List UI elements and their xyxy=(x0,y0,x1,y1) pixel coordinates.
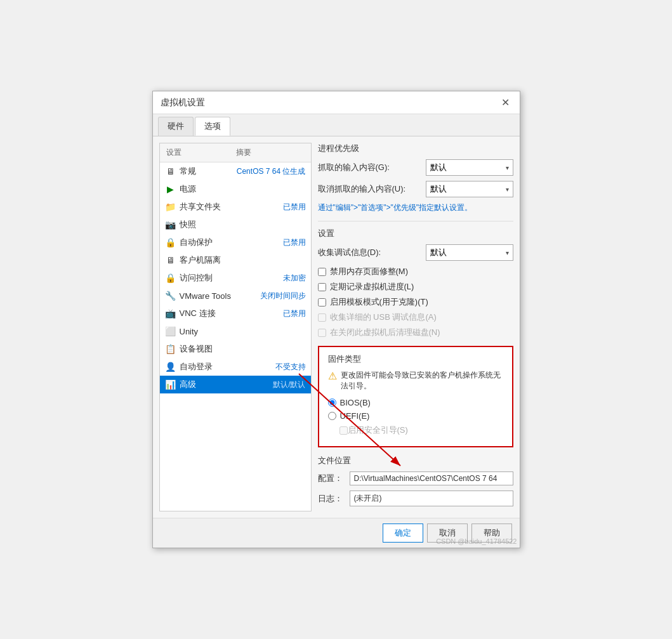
template-mode-checkbox[interactable] xyxy=(318,298,326,306)
config-file-label: 配置： xyxy=(318,473,350,484)
sidebar-item-auto-protect[interactable]: 🔒 自动保护 已禁用 xyxy=(160,234,311,251)
periodic-log-checkbox[interactable] xyxy=(318,283,326,291)
bios-radio-row: BIOS(B) xyxy=(328,398,503,407)
uefi-radio[interactable] xyxy=(328,412,336,420)
power-icon: ▶ xyxy=(165,183,176,195)
auto-login-icon: 👤 xyxy=(165,361,176,372)
device-view-icon: 📋 xyxy=(165,343,176,355)
vnc-icon: 📺 xyxy=(165,308,176,319)
sidebar-item-device-view[interactable]: 📋 设备视图 xyxy=(160,340,311,358)
guest-isolation-icon: 🖥 xyxy=(165,254,176,266)
shared-folders-icon: 📁 xyxy=(165,201,176,213)
checkbox-periodic-log: 定期记录虚拟机进度(L) xyxy=(318,281,513,293)
right-panel: 进程优先级 抓取的输入内容(G): 默认 ▾ 取消抓取的输入内容(U): 默认 … xyxy=(318,143,513,511)
usb-debug-checkbox xyxy=(318,313,326,322)
checkbox-clean-disk: 在关闭此虚拟机后清理磁盘(N) xyxy=(318,327,513,338)
sidebar-item-general[interactable]: 🖥 常规 CentOS 7 64 位生成 xyxy=(160,162,311,180)
access-control-icon: 🔒 xyxy=(165,272,176,284)
main-content: 设置 摘要 🖥 常规 CentOS 7 64 位生成 ▶ 电源 📁 共享文件夹 … xyxy=(153,136,520,518)
sidebar-item-shared-folders[interactable]: 📁 共享文件夹 已禁用 xyxy=(160,198,311,216)
disable-memory-checkbox[interactable] xyxy=(318,268,326,276)
sidebar-item-vnc[interactable]: 📺 VNC 连接 已禁用 xyxy=(160,305,311,322)
config-file-input: D:\VirtualMachines\CentOS7\CentOS 7 64 xyxy=(350,471,513,485)
settings-title: 设置 xyxy=(318,228,513,239)
virtual-machine-settings-window: 虚拟机设置 ✕ 硬件 选项 设置 摘要 🖥 常规 CentOS 7 64 位生成 xyxy=(152,91,520,548)
ok-button[interactable]: 确定 xyxy=(383,524,423,543)
process-priority-hint: 通过"编辑">"首选项">"优先级"指定默认设置。 xyxy=(318,202,513,213)
left-panel-header: 设置 摘要 xyxy=(160,143,311,162)
tab-options[interactable]: 选项 xyxy=(195,117,230,136)
bios-radio[interactable] xyxy=(328,399,336,407)
settings-section: 设置 收集调试信息(D): 默认 ▾ 禁用内存页面修整(M) 定期记录虚拟机进度… xyxy=(318,228,513,338)
firmware-title: 固件类型 xyxy=(328,353,503,365)
secure-boot-row: 启用安全引导(S) xyxy=(328,425,503,436)
sidebar-item-unity[interactable]: ⬜ Unity xyxy=(160,322,311,340)
file-location-section: 文件位置 配置： D:\VirtualMachines\CentOS7\Cent… xyxy=(318,455,513,506)
sidebar-item-vmware-tools[interactable]: 🔧 VMware Tools 关闭时间同步 xyxy=(160,287,311,305)
grab-input-label: 抓取的输入内容(G): xyxy=(318,162,426,173)
checkbox-template-mode: 启用模板模式(用于克隆)(T) xyxy=(318,296,513,308)
unity-icon: ⬜ xyxy=(165,326,176,337)
config-file-row: 配置： D:\VirtualMachines\CentOS7\CentOS 7 … xyxy=(318,471,513,485)
sidebar-item-access-control[interactable]: 🔒 访问控制 未加密 xyxy=(160,269,311,287)
title-bar: 虚拟机设置 ✕ xyxy=(153,91,520,114)
left-panel: 设置 摘要 🖥 常规 CentOS 7 64 位生成 ▶ 电源 📁 共享文件夹 … xyxy=(159,143,312,511)
sidebar-item-power[interactable]: ▶ 电源 xyxy=(160,180,311,198)
grab-input-dropdown-arrow: ▾ xyxy=(506,164,509,171)
vmware-tools-icon: 🔧 xyxy=(165,290,176,301)
log-file-label: 日志： xyxy=(318,493,350,504)
ungrab-input-row: 取消抓取的输入内容(U): 默认 ▾ xyxy=(318,181,513,197)
firmware-section: 固件类型 ⚠ 更改固件可能会导致已安装的客户机操作系统无法引导。 BIOS(B)… xyxy=(318,346,513,447)
uefi-radio-row: UEFI(E) xyxy=(328,411,503,421)
watermark: CSDN @baidu_41784522 xyxy=(436,537,517,545)
sidebar-item-advanced[interactable]: 📊 高级 默认/默认 xyxy=(160,376,311,393)
auto-protect-icon: 🔒 xyxy=(165,237,176,248)
sidebar-item-snapshot[interactable]: 📷 快照 xyxy=(160,216,311,234)
sidebar-item-guest-isolation[interactable]: 🖥 客户机隔离 xyxy=(160,251,311,269)
process-priority-section: 进程优先级 抓取的输入内容(G): 默认 ▾ 取消抓取的输入内容(U): 默认 … xyxy=(318,143,513,213)
window-title: 虚拟机设置 xyxy=(161,97,205,109)
divider-1 xyxy=(318,221,513,221)
general-icon: 🖥 xyxy=(165,166,176,177)
file-location-title: 文件位置 xyxy=(318,455,513,466)
collect-debug-label: 收集调试信息(D): xyxy=(318,247,426,258)
tab-bar: 硬件 选项 xyxy=(153,114,520,136)
checkbox-usb-debug: 收集详细的 USB 调试信息(A) xyxy=(318,312,513,323)
collect-debug-row: 收集调试信息(D): 默认 ▾ xyxy=(318,244,513,261)
snapshot-icon: 📷 xyxy=(165,219,176,230)
advanced-icon: 📊 xyxy=(165,379,176,390)
firmware-warning: ⚠ 更改固件可能会导致已安装的客户机操作系统无法引导。 xyxy=(328,370,503,392)
tab-hardware[interactable]: 硬件 xyxy=(158,117,194,136)
checkbox-disable-memory: 禁用内存页面修整(M) xyxy=(318,266,513,277)
ungrab-input-label: 取消抓取的输入内容(U): xyxy=(318,183,426,195)
ungrab-input-dropdown-arrow: ▾ xyxy=(506,186,509,193)
sidebar-item-auto-login[interactable]: 👤 自动登录 不受支持 xyxy=(160,358,311,376)
collect-debug-dropdown-arrow: ▾ xyxy=(506,249,509,256)
ungrab-input-dropdown[interactable]: 默认 ▾ xyxy=(426,181,513,197)
close-button[interactable]: ✕ xyxy=(499,96,512,109)
log-file-row: 日志： (未开启) xyxy=(318,491,513,506)
log-file-input: (未开启) xyxy=(350,491,513,506)
grab-input-row: 抓取的输入内容(G): 默认 ▾ xyxy=(318,159,513,176)
secure-boot-checkbox xyxy=(339,426,348,435)
collect-debug-dropdown[interactable]: 默认 ▾ xyxy=(426,244,513,261)
warning-icon: ⚠ xyxy=(328,370,337,382)
grab-input-dropdown[interactable]: 默认 ▾ xyxy=(426,159,513,176)
clean-disk-checkbox xyxy=(318,329,326,337)
process-priority-title: 进程优先级 xyxy=(318,143,513,154)
